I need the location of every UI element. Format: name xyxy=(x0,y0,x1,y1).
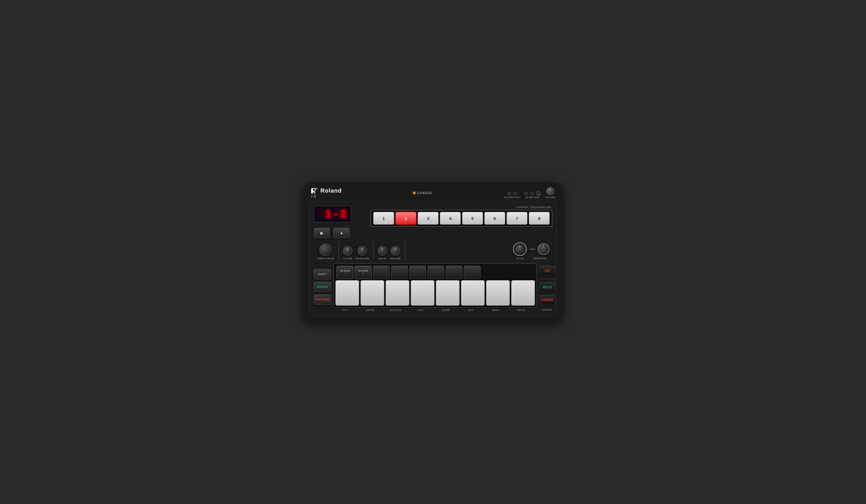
delay-section: DELAY xyxy=(378,246,387,260)
octave-plus-key[interactable]: OCTAVE + xyxy=(355,266,371,279)
shift-label: SHIFT xyxy=(318,273,327,276)
tempo-knob[interactable] xyxy=(319,243,332,256)
key-exit[interactable] xyxy=(335,280,359,306)
knobs-row: TEMPO/VALUE FILTER ENVELOPE DELAY REVERB xyxy=(314,241,552,260)
display-dim: 0 xyxy=(318,208,325,220)
key-last[interactable] xyxy=(411,280,434,306)
roland-logo: Roland xyxy=(311,187,342,194)
divider-1 xyxy=(338,241,339,260)
seq-btn-5[interactable]: 5 xyxy=(462,212,483,225)
chord-label: CHORD xyxy=(541,298,553,301)
key-write[interactable] xyxy=(511,280,535,306)
sync-ports xyxy=(508,192,517,195)
right-divider xyxy=(539,279,555,279)
volume-knob[interactable] xyxy=(546,187,554,195)
seq-btn-7[interactable]: 7 xyxy=(507,212,528,225)
envelope-knob[interactable] xyxy=(357,246,367,256)
reverb-section: REVERB xyxy=(390,246,401,260)
black-key-5[interactable] xyxy=(409,266,426,279)
seq-btn-3[interactable]: 3 xyxy=(418,212,438,225)
chord-button[interactable]: CHORD xyxy=(539,295,555,305)
seq-btn-8[interactable]: 8 xyxy=(529,212,549,225)
key-clear[interactable] xyxy=(436,280,459,306)
left-panel: 01-2 ▶ ● xyxy=(314,206,351,238)
stop-icon: ● xyxy=(340,231,343,235)
key-shuffle[interactable] xyxy=(386,280,409,306)
pattern-button[interactable]: PATTERN xyxy=(314,294,331,305)
top-right-ports: IN-SYNC-OUT 🎧 IN-MIX-OUT VOLUME xyxy=(504,187,555,199)
transport-section: ▶ ● xyxy=(314,225,351,238)
envelope-section: ENVELOPE xyxy=(356,246,369,260)
model-name: J-6 xyxy=(311,194,342,198)
key-menu[interactable] xyxy=(486,280,510,306)
hold-button[interactable]: HOLD xyxy=(539,282,555,293)
mix-in-jack xyxy=(524,192,528,195)
black-key-3[interactable] xyxy=(373,266,390,279)
chord-seq-label: CHORD SEQUENCER xyxy=(516,206,552,209)
seq-btn-6[interactable]: 6 xyxy=(485,212,505,225)
divider-3 xyxy=(405,241,405,260)
key-label-enter: ENTER xyxy=(358,309,382,311)
stop-button[interactable]: ● xyxy=(333,228,349,238)
main-panel: 01-2 ▶ ● CHORD SEQUENCER 1 2 xyxy=(309,202,557,316)
key-label-key: KEY xyxy=(459,309,482,311)
keyboard-wrapper: OCTAVE − OCTAVE + xyxy=(333,263,537,311)
black-key-6[interactable] xyxy=(428,266,444,279)
delay-knob[interactable] xyxy=(378,246,387,256)
black-key-7[interactable] xyxy=(446,266,463,279)
key-label-last: LAST xyxy=(409,309,432,311)
filter-knob[interactable] xyxy=(343,246,353,256)
play-button[interactable]: ▶ xyxy=(314,228,330,238)
sound-button[interactable]: SOUND xyxy=(314,282,331,292)
on-label: ON xyxy=(545,269,550,273)
keyboard-section: SHIFT SOUND PATTERN OCTAVE − xyxy=(314,263,552,311)
reverb-knob[interactable] xyxy=(391,246,400,256)
chord-seq-buttons: 1 2 3 4 5 6 7 8 xyxy=(371,210,552,227)
sync-in-jack xyxy=(508,192,511,195)
variation-knob[interactable] xyxy=(538,243,549,255)
key-label-clear: CLEAR xyxy=(434,309,457,311)
mix-port-group: 🎧 IN-MIX-OUT xyxy=(524,191,541,199)
filter-section: FILTER xyxy=(343,246,353,260)
key-label-shuffle: SHUFFLE xyxy=(384,309,407,311)
top-bar: Roland J-6 CHARGE IN-SYNC-OUT 🎧 xyxy=(309,187,557,199)
key-label-write: WRITE xyxy=(509,309,533,311)
black-key-4[interactable] xyxy=(391,266,408,279)
key-labels-row: EXIT ENTER SHUFFLE LAST CLEAR KEY MENU W… xyxy=(333,309,537,311)
style-label: STYLE xyxy=(516,257,524,260)
genre-label: GENRE xyxy=(539,309,555,311)
keyboard-outline: OCTAVE − OCTAVE + xyxy=(333,263,537,308)
style-knob-section xyxy=(513,242,527,256)
key-enter[interactable] xyxy=(360,280,384,306)
reverb-label: REVERB xyxy=(390,257,401,260)
sync-label: IN-SYNC-OUT xyxy=(504,196,521,199)
seq-btn-1[interactable]: 1 xyxy=(373,212,394,225)
key-key[interactable] xyxy=(461,280,485,306)
octave-plus-label: OCTAVE xyxy=(358,270,368,272)
tempo-section: TEMPO/VALUE xyxy=(317,241,335,260)
shift-button[interactable]: SHIFT xyxy=(314,269,331,279)
sound-label: SOUND xyxy=(317,285,328,288)
brand-name: Roland xyxy=(320,187,342,194)
style-knob[interactable] xyxy=(515,244,524,254)
on-button[interactable]: ON xyxy=(539,265,555,276)
mix-label: IN-MIX-OUT xyxy=(525,196,540,199)
style-var-connector xyxy=(530,249,535,249)
octave-minus-key[interactable]: OCTAVE − xyxy=(336,266,353,279)
svg-rect-0 xyxy=(311,188,312,194)
key-label-menu: MENU xyxy=(484,309,508,311)
sync-port-group: IN-SYNC-OUT xyxy=(504,192,521,199)
variation-label: VARIATION xyxy=(533,257,546,260)
mix-ports: 🎧 xyxy=(524,191,541,195)
pattern-label: PATTERN xyxy=(315,298,329,301)
seq-btn-4[interactable]: 4 xyxy=(440,212,461,225)
style-variation-section: STYLE VARIATION xyxy=(513,242,549,260)
divider-2 xyxy=(373,241,374,260)
delay-label: DELAY xyxy=(378,257,387,260)
black-key-8[interactable] xyxy=(464,266,481,279)
seq-btn-2[interactable]: 2 xyxy=(396,212,416,225)
charge-label: CHARGE xyxy=(417,191,432,195)
right-buttons: ON HOLD CHORD GENRE xyxy=(539,263,555,311)
tempo-label: TEMPO/VALUE xyxy=(317,257,335,260)
display: 01-2 xyxy=(314,206,351,222)
